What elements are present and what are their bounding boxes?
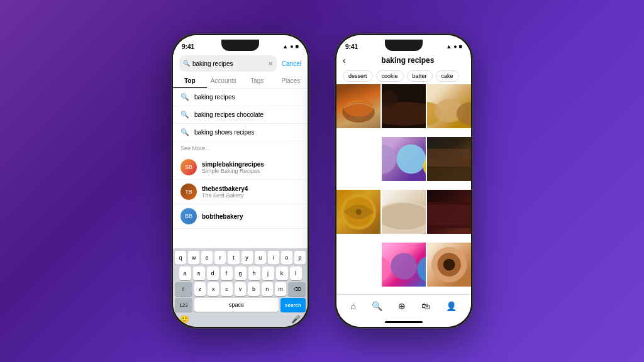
key-num[interactable]: 123 bbox=[175, 298, 192, 312]
tab-places[interactable]: Places bbox=[274, 74, 308, 88]
key-delete[interactable]: ⌫ bbox=[288, 282, 306, 296]
key-t[interactable]: t bbox=[228, 251, 239, 265]
key-h[interactable]: h bbox=[248, 266, 260, 280]
key-v[interactable]: v bbox=[235, 282, 246, 296]
key-l[interactable]: l bbox=[290, 266, 302, 280]
suggestion-text-2: baking recipes chocolate bbox=[194, 111, 264, 118]
key-n[interactable]: n bbox=[262, 282, 273, 296]
account-name-1: simplebakingrecipes bbox=[202, 161, 264, 168]
photo-cell-2[interactable] bbox=[382, 84, 426, 128]
key-r[interactable]: r bbox=[214, 251, 226, 265]
suggestion-2[interactable]: 🔍 baking recipes chocolate bbox=[173, 106, 308, 124]
key-y[interactable]: y bbox=[242, 251, 253, 265]
phone-2: 9:41 ▲ ● ■ ‹ baking recipes dessert cook… bbox=[335, 33, 473, 329]
photo-cell-5[interactable] bbox=[427, 137, 471, 181]
account-info-3: bobthebakery bbox=[202, 213, 243, 220]
nav-search-icon[interactable]: 🔍 bbox=[372, 301, 382, 311]
wifi-icon-2: ● bbox=[453, 43, 457, 50]
key-search[interactable]: search bbox=[280, 298, 306, 312]
emoji-mic-row: 🙂 🎤 bbox=[175, 313, 306, 326]
key-q[interactable]: q bbox=[175, 251, 186, 265]
key-d[interactable]: d bbox=[207, 266, 219, 280]
key-j[interactable]: j bbox=[262, 266, 274, 280]
phone-1: 9:41 ▲ ● ■ 🔍 baking recipes ✕ Cancel Top… bbox=[171, 33, 309, 329]
status-icons-1: ▲ ● ■ bbox=[282, 43, 299, 50]
emoji-icon[interactable]: 🙂 bbox=[180, 315, 189, 324]
notch-1 bbox=[221, 40, 259, 51]
key-i[interactable]: i bbox=[268, 251, 279, 265]
search-input-box[interactable]: 🔍 baking recipes ✕ bbox=[179, 55, 277, 72]
see-more[interactable]: See More... bbox=[173, 141, 308, 155]
battery-icon: ■ bbox=[296, 43, 299, 50]
key-e[interactable]: e bbox=[201, 251, 213, 265]
photo-inner-8 bbox=[427, 190, 471, 234]
cancel-button[interactable]: Cancel bbox=[282, 60, 301, 67]
key-s[interactable]: s bbox=[193, 266, 205, 280]
photo-inner-5 bbox=[427, 137, 471, 181]
notch-2 bbox=[385, 40, 423, 51]
key-g[interactable]: g bbox=[235, 266, 247, 280]
svg-point-15 bbox=[355, 209, 361, 214]
svg-point-17 bbox=[382, 203, 426, 229]
photo-inner-3 bbox=[427, 84, 471, 128]
search-query: baking recipes bbox=[192, 60, 265, 67]
key-w[interactable]: w bbox=[188, 251, 199, 265]
avatar-2: TB bbox=[180, 184, 197, 200]
key-x[interactable]: x bbox=[208, 282, 219, 296]
account-2[interactable]: TB thebestbakery4 The Best Bakery bbox=[173, 180, 308, 204]
time-1: 9:41 bbox=[182, 43, 194, 50]
avatar-1: SB bbox=[180, 159, 197, 175]
key-o[interactable]: o bbox=[281, 251, 292, 265]
filter-cake[interactable]: cake bbox=[436, 70, 459, 82]
filter-row: dessert cookie batter cake bbox=[336, 68, 471, 84]
suggestion-3[interactable]: 🔍 baking shows recipes bbox=[173, 124, 308, 141]
filter-cookie[interactable]: cookie bbox=[376, 70, 404, 82]
photo-inner-2 bbox=[382, 84, 426, 128]
key-u[interactable]: u bbox=[255, 251, 266, 265]
key-row-1: q w e r t y u i o p bbox=[175, 251, 306, 265]
key-shift[interactable]: ⇧ bbox=[175, 282, 192, 296]
svg-point-9 bbox=[396, 145, 426, 174]
key-space[interactable]: space bbox=[194, 298, 279, 312]
tab-tags[interactable]: Tags bbox=[240, 74, 274, 88]
filter-batter[interactable]: batter bbox=[407, 70, 433, 82]
key-a[interactable]: a bbox=[179, 266, 191, 280]
photo-cell-10[interactable] bbox=[427, 243, 471, 287]
search-suggestions: 🔍 baking recipes 🔍 baking recipes chocol… bbox=[173, 89, 308, 248]
key-p[interactable]: p bbox=[294, 251, 306, 265]
filter-dessert[interactable]: dessert bbox=[343, 70, 373, 82]
search-suggestion-icon-3: 🔍 bbox=[180, 128, 189, 136]
photo-cell-9[interactable] bbox=[382, 243, 426, 287]
account-desc-1: Simple Baking Recipes bbox=[202, 168, 264, 174]
key-k[interactable]: k bbox=[276, 266, 288, 280]
key-row-2: a s d f g h j k l bbox=[175, 266, 306, 280]
nav-add-icon[interactable]: ⊕ bbox=[398, 301, 406, 311]
nav-home-icon[interactable]: ⌂ bbox=[351, 301, 356, 311]
account-info-2: thebestbakery4 The Best Bakery bbox=[202, 185, 248, 199]
key-c[interactable]: c bbox=[221, 282, 232, 296]
suggestion-1[interactable]: 🔍 baking recipes bbox=[173, 89, 308, 106]
mic-icon[interactable]: 🎤 bbox=[291, 315, 301, 324]
nav-profile-icon[interactable]: 👤 bbox=[446, 301, 457, 311]
tab-top[interactable]: Top bbox=[173, 74, 207, 88]
clear-button[interactable]: ✕ bbox=[268, 60, 273, 67]
svg-rect-19 bbox=[427, 204, 471, 225]
photo-cell-1[interactable] bbox=[336, 84, 380, 128]
key-z[interactable]: z bbox=[194, 282, 206, 296]
svg-rect-12 bbox=[427, 149, 471, 167]
search-bar-row: 🔍 baking recipes ✕ Cancel bbox=[173, 53, 308, 74]
key-b[interactable]: b bbox=[248, 282, 259, 296]
tab-accounts[interactable]: Accounts bbox=[207, 74, 241, 88]
account-name-3: bobthebakery bbox=[202, 213, 243, 220]
account-3[interactable]: BB bobthebakery bbox=[173, 204, 308, 229]
key-f[interactable]: f bbox=[221, 266, 233, 280]
nav-shop-icon[interactable]: 🛍 bbox=[421, 301, 430, 311]
account-1[interactable]: SB simplebakingrecipes Simple Baking Rec… bbox=[173, 155, 308, 180]
photo-cell-4[interactable] bbox=[382, 137, 426, 181]
photo-cell-3[interactable] bbox=[427, 84, 471, 128]
key-m[interactable]: m bbox=[275, 282, 286, 296]
photo-cell-7[interactable] bbox=[382, 190, 426, 234]
photo-cell-8[interactable] bbox=[427, 190, 471, 234]
back-button[interactable]: ‹ bbox=[343, 55, 346, 65]
photo-cell-6[interactable] bbox=[336, 190, 380, 234]
